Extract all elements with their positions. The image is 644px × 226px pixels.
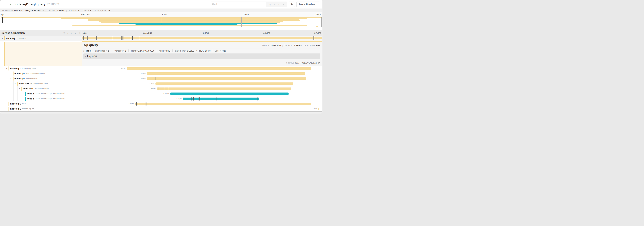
- span-operation-name: dist sender send: [35, 88, 49, 90]
- tags-label: Tags:: [86, 50, 92, 52]
- timeline-tick-label: 0µs: [83, 32, 86, 34]
- span-duration-label: 886µs: [176, 96, 182, 101]
- minimap-span-bar: [136, 24, 238, 25]
- span-bar[interactable]: [183, 98, 259, 100]
- indent-guide: [5, 96, 5, 101]
- next-match-icon[interactable]: ∨: [278, 3, 280, 6]
- indent-guide: [5, 81, 5, 86]
- indent-guide: [5, 76, 5, 81]
- services-value: 2: [78, 9, 79, 12]
- span-bar[interactable]: [157, 88, 291, 90]
- link-icon[interactable]: [318, 62, 320, 64]
- collapse-trace-chevron-icon[interactable]: ∨: [10, 3, 12, 6]
- start-time-value: 0µs: [316, 44, 320, 47]
- minimap-span-bar: [72, 25, 307, 26]
- column-resizer-grip[interactable]: ∥: [79, 32, 80, 34]
- span-bar[interactable]: [156, 82, 293, 85]
- indent-guide: [1, 81, 1, 86]
- span-duration-label: 1.85ms: [140, 76, 146, 81]
- log-marker-tick: [197, 97, 197, 101]
- span-operation-name: sql query: [18, 37, 26, 39]
- tag-value: 1: [125, 50, 126, 52]
- chevron-down-icon[interactable]: ∨: [14, 82, 16, 85]
- tree-row[interactable]: ∨node sql1consuming rows: [0, 66, 82, 71]
- span-bar-row[interactable]: 1.56ms: [82, 86, 322, 91]
- span-color-strip: [17, 82, 18, 86]
- keyboard-shortcuts-button[interactable]: ⌘: [289, 2, 295, 7]
- tag-value: 1: [108, 50, 109, 52]
- indent-guide: [1, 71, 1, 76]
- trace-minimap[interactable]: [1, 17, 322, 27]
- tree-row[interactable]: node 1/cockroach.roachpb.Internal/Batch: [0, 91, 82, 96]
- collapse-one-icon[interactable]: ∨: [63, 32, 65, 34]
- expand-all-icon[interactable]: »: [75, 32, 76, 34]
- chevron-down-icon[interactable]: ∨: [18, 88, 20, 90]
- chevron-down-icon[interactable]: ∨: [2, 37, 3, 39]
- span-service-name: node sql1: [14, 72, 25, 75]
- view-selector-button[interactable]: Trace Timeline ∨: [296, 2, 320, 7]
- logs-toggle[interactable]: › Logs (18): [83, 54, 320, 59]
- chevron-right-icon[interactable]: ›: [83, 49, 84, 52]
- tree-row[interactable]: node sql1flow: [0, 101, 82, 106]
- minimap-drag-handle[interactable]: [2, 17, 2, 23]
- span-bar-row-sql-query[interactable]: [82, 36, 322, 41]
- indent-guide: [1, 101, 1, 106]
- chevron-down-icon[interactable]: ∨: [6, 67, 8, 70]
- clear-search-icon[interactable]: ✕: [282, 3, 284, 6]
- span-bar-row[interactable]: 2.04ms: [82, 101, 322, 106]
- minimap-span-bar: [316, 26, 318, 27]
- tree-row[interactable]: node 1/cockroach.roachpb.Internal/Batch: [0, 96, 82, 101]
- log-marker-tick: [97, 36, 97, 40]
- span-bar-row[interactable]: 886µs: [82, 96, 322, 101]
- span-service-name: node sql1: [18, 82, 29, 85]
- span-bar[interactable]: [147, 77, 306, 80]
- span-bar[interactable]: [135, 103, 311, 105]
- span-operation-name: /cockroach.roachpb.Internal/Batch: [36, 93, 64, 95]
- tree-row[interactable]: ∨node sql1colbatchscan: [0, 76, 82, 81]
- equals-sign: =: [184, 50, 187, 52]
- span-bar-row[interactable]: 1.6ms: [82, 81, 322, 86]
- span-bar-row[interactable]: 1.85ms: [82, 76, 322, 81]
- tree-row[interactable]: ∨node sql1dist sender send: [0, 86, 82, 91]
- indent-guide: [5, 91, 5, 96]
- chevron-down-icon[interactable]: ∨: [10, 77, 12, 80]
- service-operation-title: Service & Operation: [2, 32, 25, 34]
- indent-guide: [1, 42, 1, 66]
- span-bar[interactable]: [170, 93, 288, 95]
- tags-row[interactable]: › Tags: _unfinished = 1_verbose = 1clien…: [83, 49, 320, 53]
- expand-one-icon[interactable]: ›: [68, 32, 68, 34]
- span-bar[interactable]: [147, 72, 305, 75]
- span-service-name: node sql1: [10, 107, 21, 110]
- span-bar-row[interactable]: 1.84ms: [82, 71, 322, 76]
- trace-title-text: node sql1: sql query: [14, 3, 46, 6]
- chevron-down-icon: ∨: [316, 3, 318, 6]
- span-rows-area: ∨ node sql1 sql query sql query Service:…: [0, 36, 322, 111]
- locate-icon[interactable]: ◎: [269, 3, 271, 6]
- services-label: Services: [68, 9, 77, 12]
- span-detail-meta: Service: node sql1 | Duration: 2.79ms | …: [262, 44, 320, 47]
- page-title: node sql1: sql query 7418682: [14, 3, 59, 6]
- minimap-tick-labels: 0µs697.75µs1.4ms2.09ms2.79ms: [0, 12, 322, 17]
- collapse-all-icon[interactable]: »: [70, 32, 73, 34]
- tree-row[interactable]: ∨node sql1txn coordinator send: [0, 81, 82, 86]
- span-duration-label: 1.56ms: [150, 86, 156, 91]
- minimap-gridline: [81, 17, 81, 27]
- span-bar[interactable]: [82, 37, 322, 39]
- indent-guide: [1, 91, 1, 96]
- span-bar[interactable]: [318, 108, 319, 110]
- span-bar[interactable]: [127, 67, 311, 70]
- log-marker-tick: [155, 77, 156, 80]
- span-bar-row[interactable]: 1.37ms: [82, 91, 322, 96]
- tree-row-sql-query[interactable]: ∨ node sql1 sql query: [0, 36, 82, 41]
- minimap-span-bar: [119, 23, 276, 24]
- span-bar-row[interactable]: 14µs: [82, 106, 322, 111]
- total-spans-label: Total Spans: [94, 9, 106, 12]
- span-bar-row[interactable]: 2.14ms: [82, 66, 322, 71]
- tree-row[interactable]: node sql1commit sql txn: [0, 106, 82, 111]
- search-input[interactable]: [210, 2, 266, 7]
- back-button[interactable]: ←: [0, 0, 5, 9]
- span-service-name: node sql1: [14, 77, 25, 80]
- tree-row[interactable]: node sql1batch flow coordinator: [0, 71, 82, 76]
- prev-match-icon[interactable]: ∧: [274, 3, 276, 6]
- span-operation-name: consuming rows: [22, 67, 36, 69]
